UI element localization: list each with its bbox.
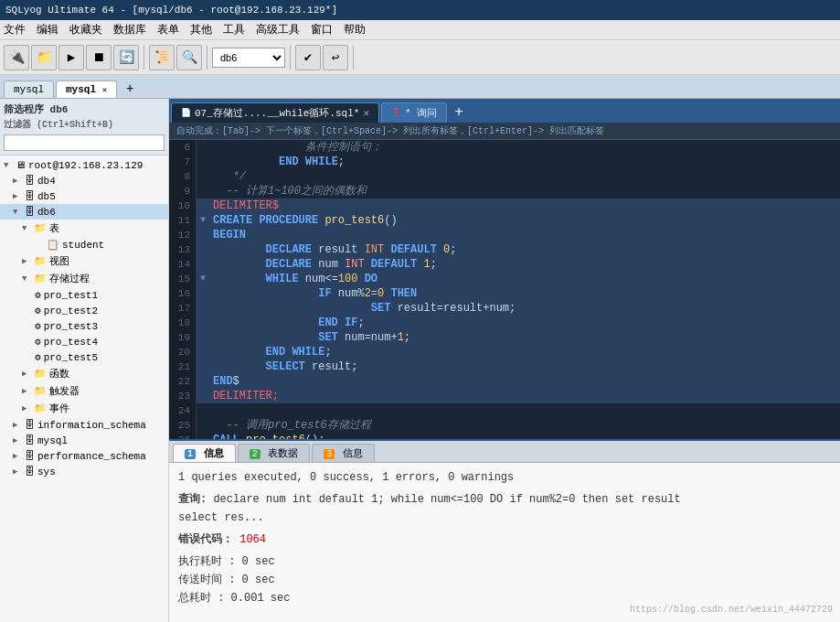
result-total: 总耗时 : 0.001 sec bbox=[178, 591, 831, 606]
tables-icon: 📁 bbox=[34, 222, 47, 234]
conn-tab-2[interactable]: mysql ✕ bbox=[56, 80, 117, 98]
db-selector[interactable]: db6 bbox=[212, 48, 285, 68]
root-expand-icon: ▼ bbox=[4, 161, 13, 170]
history-btn[interactable]: 📜 bbox=[149, 45, 175, 70]
code-line-25: 25 -- 调用pro_test6存储过程 bbox=[169, 418, 840, 433]
result-exectime: 执行耗时 : 0 sec bbox=[178, 554, 831, 569]
db6-icon: 🗄 bbox=[25, 206, 35, 218]
hint-text: 自动完成：[Tab]-> 下一个标签，[Ctrl+Space]-> 列出所有标签… bbox=[176, 126, 604, 136]
tree-item-pro5[interactable]: ⚙ pro_test5 bbox=[0, 349, 168, 365]
add-connection-btn[interactable]: + bbox=[119, 80, 141, 98]
toolbar: 🔌 📁 ▶ ⏹ 🔄 📜 🔍 db6 ✔ ↩ bbox=[0, 40, 840, 75]
connection-tabs: mysql mysql ✕ + bbox=[0, 75, 840, 99]
procedures-icon: 📁 bbox=[34, 273, 47, 284]
tree-item-views[interactable]: ▶ 📁 视图 bbox=[0, 252, 168, 270]
views-icon: 📁 bbox=[34, 255, 47, 267]
commit-btn[interactable]: ✔ bbox=[295, 45, 321, 70]
menu-bar: 文件编辑收藏夹数据库表单其他工具高级工具窗口帮助 bbox=[0, 20, 840, 40]
stop-btn[interactable]: ⏹ bbox=[86, 45, 112, 70]
autocomplete-hint: 自动完成：[Tab]-> 下一个标签，[Ctrl+Space]-> 列出所有标签… bbox=[169, 123, 840, 140]
code-line-20: 20 END WHILE; bbox=[169, 345, 840, 359]
code-line-10: 10 DELIMITER$ bbox=[169, 198, 840, 213]
tree-item-student[interactable]: 📋 student bbox=[0, 237, 168, 252]
open-btn[interactable]: 📁 bbox=[31, 45, 57, 70]
tree-item-pro1[interactable]: ⚙ pro_test1 bbox=[0, 287, 168, 303]
left-panel: 筛选程序 db6 过滤器 (Ctrl+Shift+B) ▼ 🖥 root@192… bbox=[0, 99, 169, 622]
procedures-label: 存储过程 bbox=[49, 272, 90, 285]
tree-item-db4[interactable]: ▶ 🗄 db4 bbox=[0, 173, 168, 188]
menu-item-高级工具[interactable]: 高级工具 bbox=[256, 22, 300, 38]
results-panel: 1 信息 2 表数据 3 信息 1 queries executed, 0 su… bbox=[169, 439, 840, 622]
tree-item-infschema[interactable]: ▶ 🗄 information_schema bbox=[0, 417, 168, 433]
tab1-icon: 📄 bbox=[181, 108, 191, 118]
code-line-16: 16 IF num%2=0 THEN bbox=[169, 286, 840, 301]
mysql-label: mysql bbox=[37, 435, 68, 446]
tables-label: 表 bbox=[49, 221, 59, 235]
tree-item-pro2[interactable]: ⚙ pro_test2 bbox=[0, 303, 168, 318]
tree-item-procedures[interactable]: ▼ 📁 存储过程 bbox=[0, 270, 168, 287]
filter-input[interactable] bbox=[4, 134, 165, 151]
tree-item-pro4[interactable]: ⚙ pro_test4 bbox=[0, 334, 168, 349]
menu-item-数据库[interactable]: 数据库 bbox=[113, 22, 146, 38]
tree-item-db5[interactable]: ▶ 🗄 db5 bbox=[0, 188, 168, 204]
code-line-19: 19 SET num=num+1; bbox=[169, 330, 840, 345]
editor-tabs: 📄 07_存储过....__while循环.sql* ✕ ❓ * 询问 + bbox=[169, 99, 840, 123]
tree-item-sys[interactable]: ▶ 🗄 sys bbox=[0, 464, 168, 479]
code-line-22: 22 END$ bbox=[169, 374, 840, 389]
code-line-24: 24 bbox=[169, 403, 840, 418]
result-summary: 1 queries executed, 0 success, 1 errors,… bbox=[178, 470, 831, 485]
tree-root[interactable]: ▼ 🖥 root@192.168.23.129 bbox=[0, 157, 168, 173]
tree-item-db6[interactable]: ▼ 🗄 db6 bbox=[0, 204, 168, 220]
tab1-close[interactable]: ✕ bbox=[363, 107, 369, 119]
tree-item-pro3[interactable]: ⚙ pro_test3 bbox=[0, 318, 168, 334]
conn-tab-1[interactable]: mysql bbox=[4, 80, 54, 98]
editor-tab-1[interactable]: 📄 07_存储过....__while循环.sql* ✕ bbox=[171, 102, 379, 123]
menu-item-工具[interactable]: 工具 bbox=[223, 22, 245, 38]
new-connection-btn[interactable]: 🔌 bbox=[4, 45, 29, 70]
code-line-8: 8 */ bbox=[169, 169, 840, 184]
refresh-btn[interactable]: 🔄 bbox=[113, 45, 139, 70]
filter-bar: 筛选程序 db6 过滤器 (Ctrl+Shift+B) bbox=[0, 99, 168, 156]
code-line-26: 26 CALL pro_test6(); bbox=[169, 433, 840, 439]
tree-item-mysql[interactable]: ▶ 🗄 mysql bbox=[0, 433, 168, 448]
menu-item-窗口[interactable]: 窗口 bbox=[311, 22, 333, 38]
menu-item-编辑[interactable]: 编辑 bbox=[37, 22, 58, 38]
result-tab-2[interactable]: 2 表数据 bbox=[238, 444, 311, 462]
tree-item-events[interactable]: ▶ 📁 事件 bbox=[0, 400, 168, 417]
infschema-label: information_schema bbox=[37, 420, 146, 431]
filter-hint: 过滤器 (Ctrl+Shift+B) bbox=[4, 118, 165, 131]
main-area: 筛选程序 db6 过滤器 (Ctrl+Shift+B) ▼ 🖥 root@192… bbox=[0, 99, 840, 622]
watermark: https://blog.csdn.net/weixin_44472729 bbox=[630, 605, 833, 615]
rollback-btn[interactable]: ↩ bbox=[323, 45, 348, 70]
tab1-label: 07_存储过....__while循环.sql* bbox=[195, 106, 359, 120]
pro2-label: pro_test2 bbox=[44, 306, 98, 316]
tab2-label: * 询问 bbox=[405, 106, 437, 120]
run-btn[interactable]: ▶ bbox=[58, 45, 84, 70]
functions-label: 函数 bbox=[49, 367, 69, 381]
code-editor[interactable]: 6 条件控制语句； 7 END WHILE; 8 */ 9 -- 计算1~ bbox=[169, 140, 840, 439]
menu-item-其他[interactable]: 其他 bbox=[190, 22, 212, 38]
results-content: 1 queries executed, 0 success, 1 errors,… bbox=[169, 463, 840, 622]
tree-item-functions[interactable]: ▶ 📁 函数 bbox=[0, 365, 168, 382]
tree-item-tables[interactable]: ▼ 📁 表 bbox=[0, 220, 168, 237]
menu-item-帮助[interactable]: 帮助 bbox=[344, 22, 366, 38]
result-tab-1[interactable]: 1 信息 bbox=[173, 444, 236, 462]
views-label: 视图 bbox=[49, 254, 69, 268]
search-btn[interactable]: 🔍 bbox=[176, 45, 202, 70]
add-editor-tab-btn[interactable]: + bbox=[449, 102, 469, 123]
sys-label: sys bbox=[37, 466, 56, 477]
menu-item-文件[interactable]: 文件 bbox=[4, 22, 26, 38]
tree-item-triggers[interactable]: ▶ 📁 触发器 bbox=[0, 382, 168, 400]
code-line-14: 14 DECLARE num INT DEFAULT 1; bbox=[169, 257, 840, 272]
root-icon: 🖥 bbox=[16, 159, 26, 171]
pro5-label: pro_test5 bbox=[44, 352, 98, 363]
pro1-label: pro_test1 bbox=[44, 290, 98, 301]
result-tab-3[interactable]: 3 信息 bbox=[312, 444, 375, 462]
code-line-9: 9 -- 计算1~100之间的偶数和 bbox=[169, 184, 840, 198]
menu-item-收藏夹[interactable]: 收藏夹 bbox=[69, 22, 102, 38]
menu-item-表单[interactable]: 表单 bbox=[157, 22, 179, 38]
editor-tab-2[interactable]: ❓ * 询问 bbox=[381, 102, 447, 123]
title-bar: SQLyog Ultimate 64 - [mysql/db6 - root@1… bbox=[0, 0, 840, 20]
tree-item-perfschema[interactable]: ▶ 🗄 performance_schema bbox=[0, 448, 168, 464]
triggers-label: 触发器 bbox=[49, 384, 80, 398]
